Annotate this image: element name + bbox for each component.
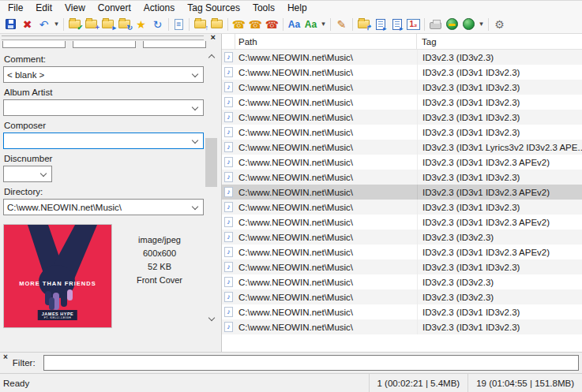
table-row[interactable]: ♪C:\www.NEOWIN.net\Music\ID3v2.3 (ID3v1 … xyxy=(222,95,582,110)
toolbar: ✖↶▾✔+▸↻★↻≡↑☎☎☎AaAa▾✎↱1₂▾⚙ xyxy=(0,15,582,34)
tag-to-tag-icon[interactable]: ☎ xyxy=(264,17,280,32)
table-row[interactable]: ♪C:\www.NEOWIN.net\Music\ID3v2.3 (ID3v1 … xyxy=(222,245,582,259)
menu-item-actions[interactable]: Actions xyxy=(137,2,181,14)
tag-panel-scrollbar[interactable] xyxy=(205,50,218,326)
tag-to-filename-icon[interactable]: ☎ xyxy=(247,17,264,32)
table-row[interactable]: ♪C:\www.NEOWIN.net\Music\ID3v2.3 (ID3v1 … xyxy=(222,259,582,274)
table-row[interactable]: ♪C:\www.NEOWIN.net\Music\ID3v2.3 (ID3v2.… xyxy=(222,50,582,65)
print-icon[interactable] xyxy=(427,17,444,32)
path-cell: C:\www.NEOWIN.net\Music\ xyxy=(235,83,417,92)
directory-combobox[interactable]: C:\www.NEOWIN.net\Music\ xyxy=(3,199,204,215)
music-file-icon: ♪ xyxy=(222,232,235,242)
change-directory-icon[interactable]: ✔ xyxy=(66,17,83,32)
internet-icon[interactable] xyxy=(460,17,477,32)
album-artist-combobox[interactable] xyxy=(3,99,204,116)
table-row[interactable]: ♪C:\www.NEOWIN.net\Music\ID3v2.3 (ID3v1 … xyxy=(222,155,582,170)
status-bar: Ready 1 (00:02:21 | 5.4MB) 19 (01:04:55 … xyxy=(0,373,582,392)
toolbar-separator xyxy=(189,18,190,31)
table-row[interactable]: ♪C:\www.NEOWIN.net\Music\ID3v2.3 (ID3v1 … xyxy=(222,110,582,125)
path-cell: C:\www.NEOWIN.net\Music\ xyxy=(235,158,417,167)
chevron-down-icon[interactable] xyxy=(40,170,47,177)
table-row[interactable]: ♪C:\www.NEOWIN.net\Music\ID3v2.3 (ID3v1 … xyxy=(222,125,582,140)
chevron-down-icon[interactable] xyxy=(192,104,198,110)
tag-column-header[interactable]: Tag xyxy=(417,34,582,49)
partial-combo[interactable] xyxy=(143,41,206,48)
web-dropdown-caret[interactable]: ▾ xyxy=(477,17,486,32)
status-selected-info: 1 (00:02:21 | 5.4MB) xyxy=(369,374,468,392)
save-playlist-icon[interactable]: ↑ xyxy=(192,17,208,32)
tag-panel-close-icon[interactable]: × xyxy=(211,32,216,42)
menu-item-edit[interactable]: Edit xyxy=(29,2,58,14)
album-cover-image[interactable]: MORE THAN FRIENDS JAMES HYPE FT. KELLI-L… xyxy=(3,224,112,328)
discnumber-combobox[interactable] xyxy=(3,166,52,182)
filter-label: Filter: xyxy=(13,358,36,368)
tag-panel-grabber[interactable] xyxy=(2,35,204,40)
table-row[interactable]: ♪C:\www.NEOWIN.net\Music\ID3v2.3 (ID3v1 … xyxy=(222,319,582,334)
numbering-wizard-icon[interactable]: 1₂ xyxy=(405,17,422,32)
scroll-up-icon[interactable] xyxy=(205,50,218,63)
comment-combobox[interactable]: < blank > xyxy=(3,66,204,83)
tag-panel: × Comment: < blank > Album Artist Compos… xyxy=(0,34,222,352)
export-icon[interactable]: ↱ xyxy=(355,17,372,32)
table-row[interactable]: ♪C:\www.NEOWIN.net\Music\ID3v2.3 (ID3v1 … xyxy=(222,304,582,319)
playlist-import-icon[interactable] xyxy=(389,17,405,32)
undo-dropdown-caret[interactable]: ▾ xyxy=(52,17,61,32)
edit-tag-icon[interactable]: ✎ xyxy=(333,17,350,32)
album-artist-label: Album Artist xyxy=(4,88,207,97)
menu-item-help[interactable]: Help xyxy=(281,2,314,14)
web-sources-icon[interactable] xyxy=(444,17,460,32)
path-column-header[interactable]: Path xyxy=(235,34,417,49)
path-cell: C:\www.NEOWIN.net\Music\ xyxy=(235,113,417,122)
scroll-down-icon[interactable] xyxy=(205,312,218,326)
save-tag-icon[interactable] xyxy=(2,17,19,32)
table-row[interactable]: ♪C:\www.NEOWIN.net\Music\ID3v2.3 (ID3v2.… xyxy=(222,289,582,304)
filter-bar: × Filter: xyxy=(0,352,582,373)
table-row[interactable]: ♪C:\www.NEOWIN.net\Music\ID3v2.3 (ID3v1 … xyxy=(222,65,582,80)
scrollbar-thumb[interactable] xyxy=(205,138,217,187)
tag-panel-toggle-icon[interactable]: ≡ xyxy=(171,17,186,32)
table-row[interactable]: ♪C:\www.NEOWIN.net\Music\ID3v2.3 (ID3v2.… xyxy=(222,274,582,289)
composer-label: Composer xyxy=(4,121,207,130)
icon-column-header[interactable] xyxy=(222,34,235,49)
case-dropdown-caret[interactable]: ▾ xyxy=(319,17,328,32)
menu-item-tag-sources[interactable]: Tag Sources xyxy=(181,2,246,14)
open-playlist-icon[interactable]: ▸ xyxy=(100,17,116,32)
refresh-icon[interactable]: ↻ xyxy=(149,17,166,32)
table-row[interactable]: ♪C:\www.NEOWIN.net\Music\ID3v2.3 (ID3v1 … xyxy=(222,185,582,200)
favorite-directory-icon[interactable]: ★ xyxy=(133,17,149,32)
menu-item-view[interactable]: View xyxy=(58,2,92,14)
options-wrench-icon[interactable]: ⚙ xyxy=(491,17,508,32)
menu-item-convert[interactable]: Convert xyxy=(92,2,137,14)
path-cell: C:\www.NEOWIN.net\Music\ xyxy=(235,278,417,287)
partial-combo[interactable] xyxy=(2,41,66,48)
case-conversion-icon[interactable]: Aa xyxy=(286,17,302,32)
file-list-body: ♪C:\www.NEOWIN.net\Music\ID3v2.3 (ID3v2.… xyxy=(222,50,582,334)
browse-directory-icon[interactable]: ↻ xyxy=(116,17,133,32)
filter-close-icon[interactable]: × xyxy=(0,353,13,361)
table-row[interactable]: ♪C:\www.NEOWIN.net\Music\ID3v2.3 (ID3v2.… xyxy=(222,230,582,245)
composer-combobox[interactable] xyxy=(3,133,204,149)
filter-input[interactable] xyxy=(43,355,579,371)
open-folder-icon[interactable] xyxy=(208,17,225,32)
filename-to-tag-icon[interactable]: ☎ xyxy=(231,17,247,32)
table-row[interactable]: ♪C:\www.NEOWIN.net\Music\ID3v2.3 (ID3v1 … xyxy=(222,170,582,185)
table-row[interactable]: ♪C:\www.NEOWIN.net\Music\ID3v2.3 (ID3v1 … xyxy=(222,200,582,215)
table-row[interactable]: ♪C:\www.NEOWIN.net\Music\ID3v2.3 (ID3v1 … xyxy=(222,80,582,95)
menu-item-file[interactable]: File xyxy=(2,2,29,14)
remove-tag-icon[interactable]: ✖ xyxy=(19,17,36,32)
chevron-down-icon[interactable] xyxy=(192,137,198,144)
table-row[interactable]: ♪C:\www.NEOWIN.net\Music\ID3v2.3 (ID3v1 … xyxy=(222,215,582,230)
menu-item-tools[interactable]: Tools xyxy=(246,2,281,14)
partial-combo[interactable] xyxy=(73,41,136,48)
add-directory-icon[interactable]: + xyxy=(83,17,100,32)
music-file-icon: ♪ xyxy=(222,112,235,122)
undo-icon[interactable]: ↶ xyxy=(36,17,52,32)
table-row[interactable]: ♪C:\www.NEOWIN.net\Music\ID3v2.3 (ID3v1 … xyxy=(222,140,582,155)
path-cell: C:\www.NEOWIN.net\Music\ xyxy=(235,203,417,212)
path-cell: C:\www.NEOWIN.net\Music\ xyxy=(235,98,417,107)
playlist-export-icon[interactable] xyxy=(372,17,389,32)
tag-cell: ID3v2.3 (ID3v2.3) xyxy=(417,274,582,289)
tag-cell: ID3v2.3 (ID3v1 ID3v2.3) xyxy=(417,110,582,125)
case-conversion-alt-icon[interactable]: Aa xyxy=(302,17,319,32)
music-file-icon: ♪ xyxy=(222,292,235,302)
